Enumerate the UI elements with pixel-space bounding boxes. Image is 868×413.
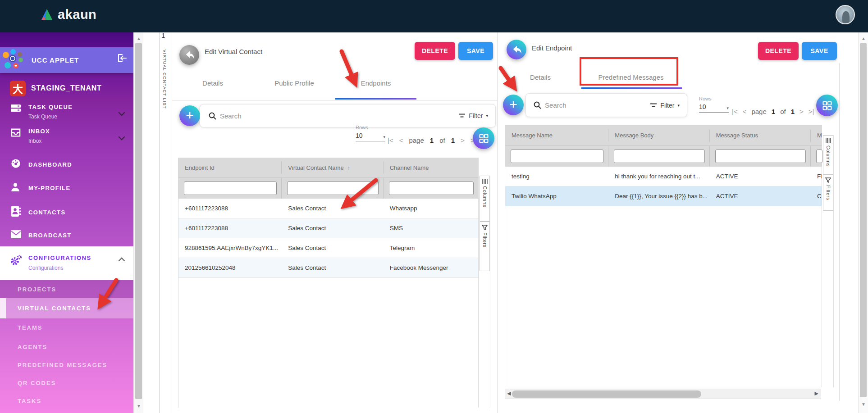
chevron-down-icon[interactable] — [118, 110, 125, 118]
sidebar-item-predefined-messages[interactable]: PREDEFINED MESSAGES — [0, 356, 133, 374]
contacts-icon — [10, 205, 22, 219]
filter-button[interactable]: Filter ▾ — [458, 112, 488, 119]
exit-applet-icon[interactable] — [117, 54, 128, 64]
prev-page-icon[interactable]: < — [399, 136, 403, 144]
columns-side-tab[interactable]: Columns — [823, 135, 833, 174]
rows-label: Rows — [699, 96, 712, 101]
rows-per-page-select[interactable]: 10 ▾ — [699, 103, 729, 113]
active-tab-underline — [335, 98, 416, 100]
next-page-icon[interactable]: > — [461, 136, 465, 144]
last-page-icon[interactable]: >| — [809, 108, 814, 115]
filter-input-virtual-contact-name[interactable] — [287, 182, 378, 195]
add-message-button[interactable]: + — [503, 95, 524, 115]
tab-row-divider — [172, 100, 497, 101]
plus-icon: + — [186, 109, 194, 122]
scroll-left-icon[interactable]: ◀ — [507, 390, 511, 396]
filter-input-endpoint-id[interactable] — [184, 182, 277, 195]
table-row[interactable]: 201256610252048 Sales Contact Facebook M… — [178, 258, 478, 278]
filters-side-tab[interactable]: Filters — [480, 222, 490, 271]
chevron-down-icon[interactable] — [118, 134, 125, 142]
first-page-icon[interactable]: |< — [388, 136, 393, 144]
first-page-icon[interactable]: |< — [732, 108, 738, 115]
horizontal-scrollbar-thumb[interactable] — [512, 390, 701, 398]
tab-endpoints[interactable]: Endpoints — [355, 79, 397, 87]
columns-tab-label: Columns — [482, 186, 488, 207]
col-channel-name[interactable]: Channel Name — [384, 161, 478, 174]
sidebar-item-virtual-contacts[interactable]: VIRTUAL CONTACTS — [0, 298, 133, 318]
delete-button[interactable]: DELETE — [758, 42, 799, 60]
col-message-status[interactable]: Message Status — [710, 129, 811, 142]
plus-icon: + — [509, 98, 517, 111]
filter-input-message-type[interactable] — [816, 150, 822, 163]
columns-side-tab[interactable]: Columns — [480, 176, 490, 222]
delete-button[interactable]: DELETE — [415, 42, 455, 60]
back-button[interactable] — [179, 45, 199, 65]
sidebar-item-qr-codes[interactable]: QR CODES — [0, 374, 133, 392]
table-row-selected[interactable]: Twilio WhatsApp Dear {{1}}, Your issue {… — [505, 186, 822, 206]
filter-input-channel-name[interactable] — [389, 182, 474, 195]
save-button[interactable]: SAVE — [802, 42, 837, 60]
tab-details[interactable]: Details — [192, 79, 233, 87]
sidebar-item-task-queue[interactable]: TASK QUEUE Task Queue — [0, 104, 133, 120]
virtual-contact-list-strip[interactable]: VIRTUAL CONTACT LIST — [162, 50, 167, 109]
sidebar-scrollbar[interactable]: ▲ ▼ — [133, 32, 143, 413]
sidebar-item-tasks[interactable]: TASKS — [0, 392, 133, 410]
page-scrollbar-thumb[interactable] — [860, 43, 867, 397]
col-message-body[interactable]: Message Body — [608, 129, 709, 142]
col-message-type[interactable]: Me — [811, 129, 822, 142]
back-button[interactable] — [507, 40, 526, 59]
scroll-right-icon[interactable]: ▶ — [815, 390, 818, 396]
col-endpoint-id[interactable]: Endpoint Id — [178, 161, 282, 174]
user-avatar[interactable] — [836, 5, 855, 24]
search-input[interactable] — [545, 101, 650, 109]
cell-channel-name: SMS — [384, 225, 478, 231]
sidebar-scrollbar-thumb[interactable] — [135, 43, 142, 399]
sidebar-item-my-profile[interactable]: MY-PROFILE — [0, 182, 133, 194]
table-row[interactable]: +601117223088 Sales Contact Whatsapp — [178, 199, 478, 218]
next-page-icon[interactable]: > — [799, 108, 804, 115]
search-input[interactable] — [220, 112, 458, 120]
filter-button[interactable]: Filter ▾ — [650, 102, 680, 109]
tenant-icon: 大 — [10, 81, 26, 96]
sidebar-item-teams[interactable]: TEAMS — [0, 318, 133, 336]
rows-per-page-select[interactable]: 10 ▾ — [356, 132, 385, 141]
sort-asc-icon[interactable]: ↑ — [347, 164, 351, 171]
grid-view-button[interactable] — [816, 95, 838, 116]
scroll-up-icon[interactable]: ▲ — [134, 36, 144, 41]
table-row[interactable]: 928861595:AAEjxrWnBy7xgYK1... Sales Cont… — [178, 238, 478, 258]
akaun-logo: akaun — [40, 7, 96, 22]
scroll-up-icon[interactable]: ▲ — [859, 36, 868, 41]
sidebar-item-contacts[interactable]: CONTACTS — [0, 205, 133, 219]
scroll-down-icon[interactable]: ▼ — [134, 404, 144, 408]
scroll-down-icon[interactable]: ▼ — [859, 402, 868, 407]
message-search-bar: Filter ▾ — [525, 93, 687, 117]
prev-page-icon[interactable]: < — [743, 108, 747, 115]
chevron-up-icon[interactable] — [118, 255, 125, 263]
cell-channel-name: Facebook Messenger — [384, 264, 478, 271]
sidebar-item-ucc-applet[interactable]: UCC APPLET — [0, 47, 133, 73]
table-row[interactable]: +601117223088 Sales Contact SMS — [178, 218, 478, 238]
filter-input-message-name[interactable] — [511, 150, 603, 163]
sidebar-item-tenant[interactable]: 大 STAGING_TENANT — [0, 77, 133, 99]
sidebar-item-configurations[interactable]: CONFIGURATIONS Configurations — [0, 246, 133, 280]
qr-codes-label: QR CODES — [18, 380, 56, 386]
col-message-name[interactable]: Message Name — [505, 129, 608, 142]
sidebar-item-inbox[interactable]: INBOX Inbox — [0, 128, 133, 144]
sidebar-item-dashboard[interactable]: DASHBOARD — [0, 159, 133, 170]
sidebar-item-projects[interactable]: PROJECTS — [0, 280, 133, 298]
page-scrollbar[interactable]: ▲ ▼ — [858, 32, 868, 413]
grid-view-button[interactable] — [473, 127, 494, 149]
filter-input-message-body[interactable] — [614, 150, 704, 163]
sidebar-item-agents[interactable]: AGENTS — [0, 338, 133, 356]
table-row[interactable]: testing hi thank you for reaching out t.… — [505, 167, 822, 186]
filters-side-tab[interactable]: Filters — [823, 174, 833, 211]
tab-public-profile[interactable]: Public Profile — [267, 79, 321, 87]
tab-details[interactable]: Details — [525, 73, 555, 81]
save-button[interactable]: SAVE — [458, 42, 493, 60]
horizontal-scrollbar[interactable]: ◀ ▶ — [505, 389, 821, 399]
add-endpoint-button[interactable]: + — [179, 105, 200, 126]
sidebar-item-broadcast[interactable]: BROADCAST — [0, 230, 133, 241]
col-virtual-contact-name[interactable]: Virtual Contact Name ↑ — [282, 161, 383, 174]
cell-endpoint-id: 201256610252048 — [178, 264, 282, 271]
filter-input-message-status[interactable] — [715, 150, 806, 163]
